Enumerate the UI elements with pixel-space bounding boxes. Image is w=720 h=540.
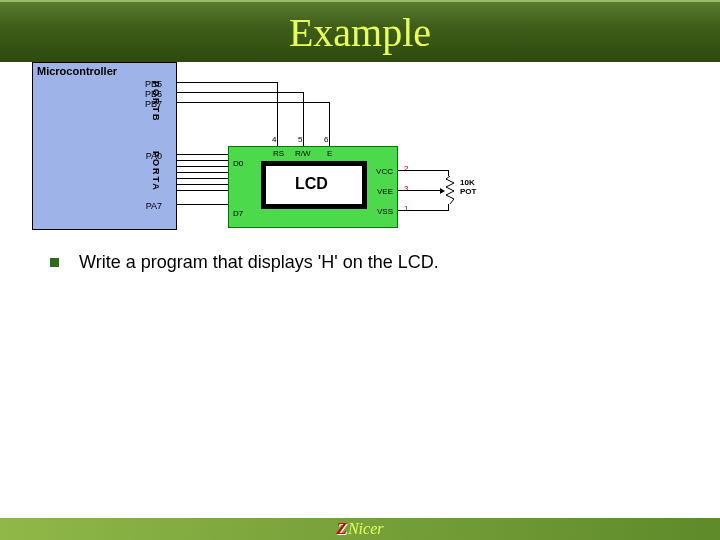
lcd-pin-d7: D7 (233, 209, 243, 218)
pin-pa7: PA7 (146, 201, 162, 211)
slide-footer: Z Nicer (0, 518, 720, 540)
wire (398, 190, 440, 191)
wire (177, 92, 303, 93)
wire (177, 172, 228, 173)
slide-title: Example (289, 9, 431, 56)
lcd-top-num-5: 5 (298, 135, 302, 144)
wire (177, 166, 228, 167)
bullet-square-icon (50, 258, 59, 267)
wire (177, 102, 329, 103)
circuit-diagram: Microcontroller PORTB PORTA PB5 PB6 PB7 … (0, 62, 720, 242)
wire (448, 204, 449, 211)
slide-header: Example (0, 0, 720, 62)
wire (177, 190, 228, 191)
lcd-top-num-4: 4 (272, 135, 276, 144)
wire (398, 170, 448, 171)
lcd-top-num-6: 6 (324, 135, 328, 144)
wire (177, 160, 228, 161)
lcd-pin-vcc: VCC (376, 167, 393, 176)
lcd-pin-e: E (327, 149, 332, 158)
num-3: 3 (404, 184, 408, 193)
wire (177, 184, 228, 185)
num-1: 1 (404, 204, 408, 213)
num-2: 2 (404, 164, 408, 173)
bullet-row: Write a program that displays 'H' on the… (0, 252, 720, 273)
logo-nicer: Nicer (348, 520, 384, 538)
bullet-text: Write a program that displays 'H' on the… (79, 252, 439, 273)
pin-pb6: PB6 (145, 89, 162, 99)
potentiometer-icon (446, 176, 451, 198)
wire (177, 178, 228, 179)
lcd-pin-vss: VSS (377, 207, 393, 216)
microcontroller-block: Microcontroller PORTB PORTA PB5 PB6 PB7 … (32, 62, 177, 230)
lcd-pin-vee: VEE (377, 187, 393, 196)
wire (329, 102, 330, 146)
wire (177, 82, 277, 83)
wire (177, 204, 228, 205)
wire (398, 210, 448, 211)
wiper-arrow-icon (440, 188, 445, 194)
lcd-pin-rs: RS (273, 149, 284, 158)
wire (303, 92, 304, 146)
lcd-pin-d0: D0 (233, 159, 243, 168)
mcu-label: Microcontroller (37, 65, 117, 77)
lcd-label: LCD (295, 175, 328, 193)
pin-pb5: PB5 (145, 79, 162, 89)
lcd-pin-rw: R/W (295, 149, 311, 158)
pin-pb7: PB7 (145, 99, 162, 109)
lcd-module: LCD RS R/W E D0 D7 VCC VEE VSS (228, 146, 398, 228)
wire (177, 154, 228, 155)
logo-z: Z (337, 519, 347, 539)
pin-pa0: PA0 (146, 151, 162, 161)
pot-label: 10K POT (460, 178, 476, 196)
